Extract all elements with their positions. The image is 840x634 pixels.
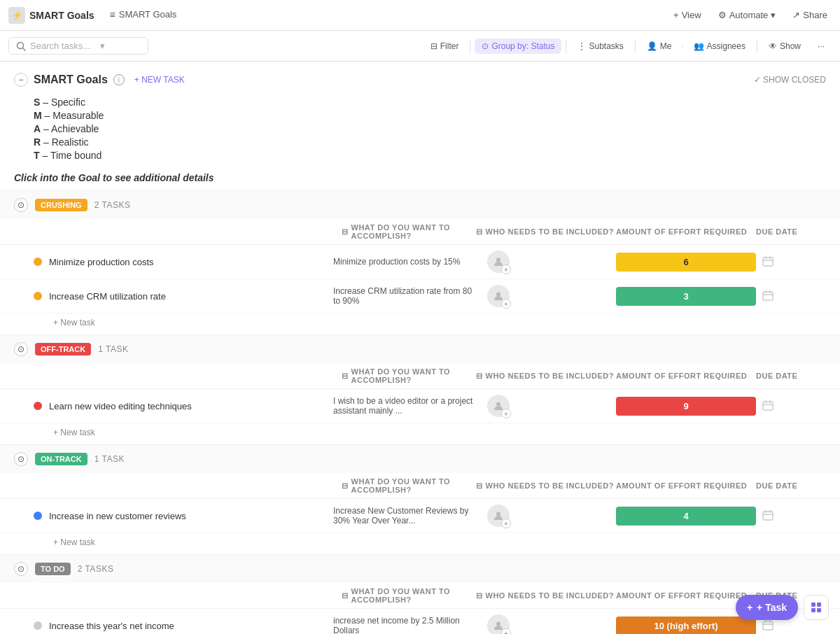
collapse-button[interactable]: − — [14, 73, 28, 87]
legend-key: R — [34, 136, 41, 148]
avatar-plus-icon: + — [501, 265, 511, 274]
svg-rect-32 — [811, 603, 816, 607]
nav-right-actions: + View ⚙ Automate ▾ ↗ Share — [666, 6, 834, 24]
share-icon: ↗ — [792, 10, 800, 20]
col-who-icon: ⊟ — [476, 591, 483, 600]
nav-tab-smart-goals[interactable]: ≡SMART Goals — [102, 0, 227, 31]
view-icon: + — [673, 10, 679, 20]
calendar-icon[interactable] — [756, 619, 826, 633]
search-icon — [16, 41, 26, 51]
avatar-placeholder[interactable]: + — [487, 505, 510, 527]
assignees-button[interactable]: 👥 Assignees — [687, 38, 752, 54]
calendar-icon[interactable] — [756, 255, 826, 269]
task-name: Increase in new customer reviews — [49, 511, 186, 521]
legend-key: T — [34, 150, 40, 161]
svg-point-22 — [496, 622, 500, 626]
toolbar-divider — [470, 39, 470, 53]
assignees-icon: 👥 — [694, 41, 704, 51]
task-name-cell: Minimize production costs — [14, 257, 322, 267]
group-collapse-on-track[interactable]: ⊙ — [14, 452, 28, 466]
new-task-row-on-track[interactable]: + New task — [0, 533, 840, 554]
show-button[interactable]: 👁 Show — [762, 38, 808, 54]
col-accomplish: ⊟ What do you want to accomplish? — [342, 587, 476, 604]
task-row[interactable]: Increase in new customer reviews Increas… — [0, 499, 840, 533]
smart-goals-title: SMART Goals — [34, 73, 108, 86]
add-task-fab[interactable]: + + Task — [736, 595, 798, 620]
col-accomplish: ⊟ What do you want to accomplish? — [342, 477, 476, 494]
task-accomplish: Increase CRM utilization rate from 80 to… — [322, 286, 476, 306]
info-icon[interactable]: i — [113, 74, 125, 85]
avatar-placeholder[interactable]: + — [487, 251, 510, 273]
search-dropdown-icon: ▾ — [100, 41, 105, 51]
group-collapse-crushing[interactable]: ⊙ — [14, 198, 28, 212]
calendar-icon[interactable] — [756, 289, 826, 304]
click-note: Click into the Goal to see additional de… — [14, 172, 826, 183]
col-accomplish-icon: ⊟ — [342, 481, 349, 491]
new-task-row-crushing[interactable]: + New task — [0, 314, 840, 334]
me-button[interactable]: 👤 Me — [640, 38, 679, 54]
avatar-placeholder[interactable]: + — [487, 614, 510, 634]
group-header-to-do: ⊙ TO DO 2 TASKS — [0, 555, 840, 583]
nav-tabs: 🚀Getting Started Guide≡Company Goals≡SMA… — [102, 0, 227, 31]
col-who-icon: ⊟ — [476, 372, 483, 381]
grid-view-icon[interactable] — [804, 595, 829, 620]
legend-key: M — [34, 110, 42, 121]
avatar-plus-icon: + — [501, 299, 511, 309]
task-accomplish: I wish to be a video editor or a project… — [322, 396, 476, 416]
col-task-name — [34, 223, 342, 240]
col-who: ⊟ Who needs to be included? — [476, 477, 616, 494]
share-button[interactable]: ↗ Share — [785, 6, 834, 24]
legend-key: S — [34, 97, 40, 108]
task-color-dot — [34, 292, 42, 300]
effort-cell: 10 (high effort) — [616, 617, 756, 635]
svg-rect-18 — [763, 512, 773, 520]
task-name: Increase this year's net income — [49, 621, 174, 631]
more-button[interactable]: ··· — [811, 38, 832, 54]
new-task-button[interactable]: + NEW TASK — [130, 73, 189, 86]
avatar-placeholder[interactable]: + — [487, 285, 510, 307]
task-row[interactable]: Learn new video editing techniques I wis… — [0, 389, 840, 423]
task-row[interactable]: Increase CRM utilization rate Increase C… — [0, 279, 840, 314]
automate-button[interactable]: ⚙ Automate ▾ — [711, 6, 783, 24]
col-who: ⊟ Who needs to be included? — [476, 367, 616, 384]
avatar-plus-icon: + — [501, 628, 511, 634]
filter-button[interactable]: ⊟ Filter — [424, 38, 466, 54]
new-task-row-off-track[interactable]: + New task — [0, 423, 840, 444]
calendar-icon[interactable] — [756, 399, 826, 414]
show-closed-button[interactable]: ✓ SHOW CLOSED — [754, 75, 826, 85]
app-title: SMART Goals — [29, 10, 94, 21]
svg-rect-8 — [763, 292, 773, 300]
col-effort: Amount of Effort Required — [616, 223, 756, 240]
col-due-date: Due Date — [756, 367, 826, 384]
group-collapse-off-track[interactable]: ⊙ — [14, 342, 28, 356]
avatar-plus-icon: + — [501, 519, 511, 528]
col-headers-off-track: ⊟ What do you want to accomplish? ⊟ Who … — [0, 363, 840, 389]
subtasks-button[interactable]: ⋮ Subtasks — [570, 38, 630, 54]
svg-point-2 — [496, 258, 500, 262]
subtasks-icon: ⋮ — [578, 41, 586, 51]
view-button[interactable]: + View — [666, 6, 708, 24]
calendar-icon[interactable] — [756, 509, 826, 523]
task-color-dot — [34, 512, 42, 520]
col-accomplish: ⊟ What do you want to accomplish? — [342, 223, 476, 240]
svg-rect-13 — [763, 402, 773, 410]
group-task-count-off-track: 1 TASK — [98, 344, 128, 354]
svg-rect-23 — [763, 621, 773, 630]
legend-text: – Measurable — [42, 110, 104, 121]
task-who: + — [476, 395, 616, 417]
avatar-placeholder[interactable]: + — [487, 395, 510, 417]
col-accomplish: ⊟ What do you want to accomplish? — [342, 367, 476, 384]
smart-legend: S – SpecificM – MeasurableA – Achievable… — [14, 97, 826, 161]
search-box[interactable]: Search tasks... ▾ — [8, 37, 148, 55]
group-badge-to-do: TO DO — [35, 563, 71, 575]
logo-icon: ⚡ — [8, 7, 25, 24]
task-row[interactable]: Minimize production costs Minimize produ… — [0, 245, 840, 279]
group-collapse-to-do[interactable]: ⊙ — [14, 562, 28, 576]
svg-point-17 — [496, 512, 500, 516]
group-status-button[interactable]: ⊙ Group by: Status — [475, 38, 561, 54]
col-headers-on-track: ⊟ What do you want to accomplish? ⊟ Who … — [0, 473, 840, 499]
task-row[interactable]: Increase this year's net income increase… — [0, 609, 840, 634]
task-who: + — [476, 251, 616, 273]
col-task-name — [34, 587, 342, 604]
toolbar-divider-2 — [566, 39, 566, 53]
